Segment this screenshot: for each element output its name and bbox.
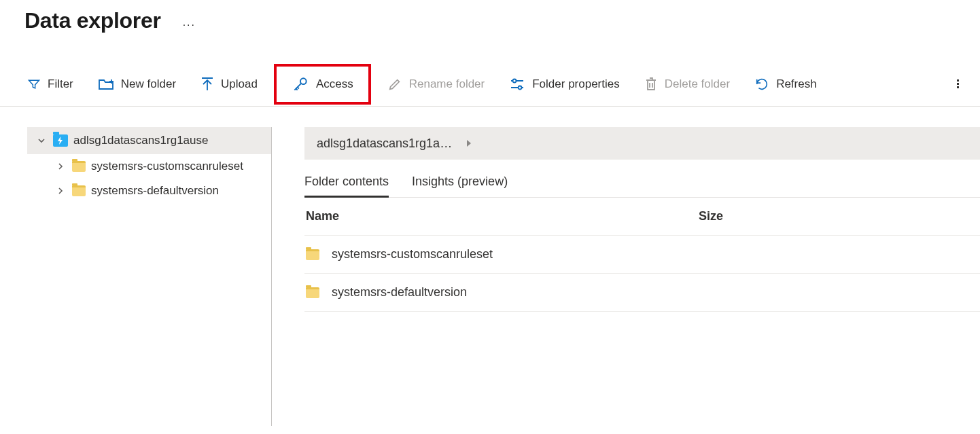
upload-button[interactable]: Upload	[188, 71, 270, 98]
folder-icon	[306, 249, 319, 260]
table-header: Name Size	[304, 198, 980, 236]
svg-point-0	[300, 78, 307, 84]
sliders-icon	[509, 77, 525, 92]
more-menu-button[interactable]: ···	[183, 19, 196, 31]
key-icon	[292, 75, 309, 93]
table-row[interactable]: systemsrs-customscanruleset	[304, 236, 980, 274]
access-button[interactable]: Access	[282, 71, 363, 98]
toolbar: Filter New folder Upload Access	[0, 62, 980, 107]
row-name: systemsrs-customscanruleset	[330, 247, 711, 261]
tab-insights[interactable]: Insights (preview)	[412, 175, 508, 197]
svg-point-1	[513, 79, 517, 82]
pencil-icon	[387, 77, 402, 92]
tab-folder-contents[interactable]: Folder contents	[304, 175, 389, 198]
upload-label: Upload	[221, 77, 258, 91]
container-icon	[53, 134, 68, 147]
upload-icon	[200, 77, 214, 92]
svg-point-2	[519, 86, 522, 89]
chevron-down-icon	[37, 136, 48, 145]
access-label: Access	[316, 77, 353, 91]
tree-root-label: adlsg1datascans1rg1ause	[73, 134, 208, 147]
tree-child-label: systemsrs-customscanruleset	[91, 160, 243, 173]
tree-child-0[interactable]: systemsrs-customscanruleset	[27, 154, 271, 179]
rename-folder-button: Rename folder	[375, 71, 497, 98]
breadcrumb: adlsg1datascans1rg1a…	[304, 127, 980, 160]
column-size[interactable]: Size	[699, 209, 980, 223]
header: Data explorer ···	[0, 0, 980, 33]
new-folder-button[interactable]: New folder	[86, 71, 188, 98]
chevron-right-icon[interactable]	[466, 139, 472, 148]
folder-icon	[72, 161, 86, 172]
content-tabs: Folder contents Insights (preview)	[304, 160, 980, 198]
page-title: Data explorer	[24, 8, 161, 33]
refresh-button[interactable]: Refresh	[742, 71, 829, 98]
column-name[interactable]: Name	[304, 209, 699, 223]
properties-label: Folder properties	[532, 77, 620, 91]
chevron-right-icon	[56, 162, 67, 171]
filter-icon	[27, 77, 41, 91]
tree-child-1[interactable]: systemsrs-defaultversion	[27, 179, 271, 203]
folder-table: Name Size systemsrs-customscanruleset sy…	[304, 198, 980, 312]
folder-icon	[72, 185, 86, 196]
refresh-label: Refresh	[776, 77, 817, 91]
delete-label: Delete folder	[665, 77, 730, 91]
tree-root-node[interactable]: adlsg1datascans1rg1ause	[27, 127, 271, 154]
filter-label: Filter	[48, 77, 73, 91]
rename-label: Rename folder	[409, 77, 485, 91]
row-name: systemsrs-defaultversion	[330, 285, 711, 300]
folder-properties-button[interactable]: Folder properties	[497, 71, 632, 98]
access-highlight: Access	[274, 64, 371, 105]
breadcrumb-current[interactable]: adlsg1datascans1rg1a…	[317, 137, 452, 151]
filter-button[interactable]: Filter	[15, 71, 86, 98]
new-folder-icon	[98, 77, 114, 91]
chevron-right-icon	[56, 186, 67, 196]
new-folder-label: New folder	[121, 77, 176, 91]
tree-panel: adlsg1datascans1rg1ause systemsrs-custom…	[27, 127, 272, 426]
folder-icon	[306, 287, 319, 298]
refresh-icon	[754, 77, 769, 92]
main-panel: adlsg1datascans1rg1a… Folder contents In…	[272, 127, 980, 426]
delete-folder-button: Delete folder	[632, 71, 742, 98]
trash-icon	[644, 77, 658, 92]
table-row[interactable]: systemsrs-defaultversion	[304, 274, 980, 312]
toolbar-overflow-button[interactable]	[956, 79, 965, 88]
tree-child-label: systemsrs-defaultversion	[91, 184, 219, 198]
